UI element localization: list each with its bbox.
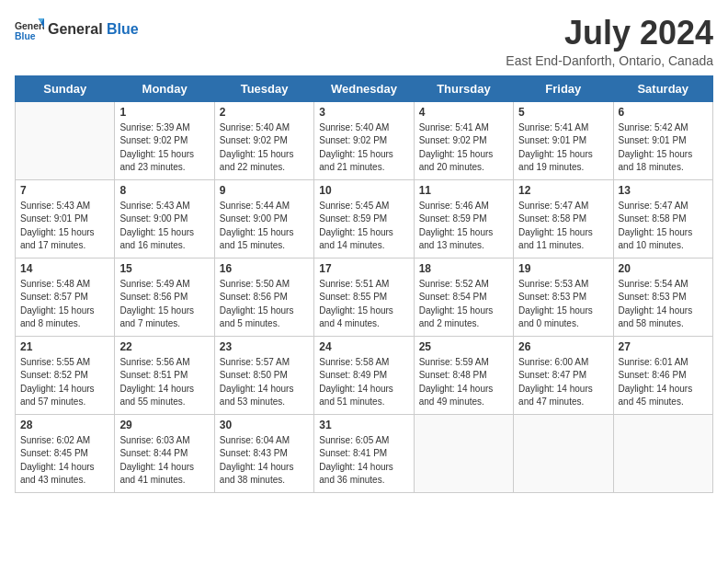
- day-info: Sunrise: 6:00 AM Sunset: 8:47 PM Dayligh…: [518, 356, 608, 409]
- calendar-cell: 8Sunrise: 5:43 AM Sunset: 9:00 PM Daylig…: [115, 179, 214, 258]
- day-number: 19: [518, 262, 608, 275]
- calendar-cell: 15Sunrise: 5:49 AM Sunset: 8:56 PM Dayli…: [115, 258, 214, 336]
- calendar-cell: 20Sunrise: 5:54 AM Sunset: 8:53 PM Dayli…: [613, 258, 712, 336]
- calendar-cell: 6Sunrise: 5:42 AM Sunset: 9:01 PM Daylig…: [613, 101, 712, 179]
- day-number: 1: [119, 106, 209, 119]
- day-number: 16: [220, 262, 309, 275]
- day-info: Sunrise: 5:59 AM Sunset: 8:48 PM Dayligh…: [419, 356, 508, 409]
- page-header: General Blue General Blue July 2024 East…: [15, 15, 713, 68]
- logo-icon: General Blue: [15, 15, 44, 44]
- calendar-cell: 13Sunrise: 5:47 AM Sunset: 8:58 PM Dayli…: [613, 179, 712, 258]
- day-info: Sunrise: 5:56 AM Sunset: 8:51 PM Dayligh…: [119, 356, 209, 409]
- day-number: 23: [220, 340, 309, 353]
- day-info: Sunrise: 5:58 AM Sunset: 8:49 PM Dayligh…: [319, 356, 408, 409]
- header-day-tuesday: Tuesday: [214, 75, 313, 101]
- calendar-cell: 29Sunrise: 6:03 AM Sunset: 8:44 PM Dayli…: [115, 414, 214, 492]
- calendar-cell: 14Sunrise: 5:48 AM Sunset: 8:57 PM Dayli…: [16, 258, 115, 336]
- calendar-header: SundayMondayTuesdayWednesdayThursdayFrid…: [16, 75, 713, 101]
- day-number: 3: [319, 106, 408, 119]
- title-block: July 2024 East End-Danforth, Ontario, Ca…: [506, 15, 713, 68]
- day-number: 30: [220, 419, 309, 431]
- day-info: Sunrise: 6:01 AM Sunset: 8:46 PM Dayligh…: [619, 356, 708, 409]
- logo: General Blue General Blue: [15, 15, 139, 44]
- calendar-cell: [414, 414, 513, 492]
- calendar-cell: 10Sunrise: 5:45 AM Sunset: 8:59 PM Dayli…: [314, 179, 414, 258]
- day-number: 27: [619, 340, 708, 353]
- calendar-cell: 17Sunrise: 5:51 AM Sunset: 8:55 PM Dayli…: [314, 258, 414, 336]
- calendar-cell: 1Sunrise: 5:39 AM Sunset: 9:02 PM Daylig…: [115, 101, 214, 179]
- calendar-body: 1Sunrise: 5:39 AM Sunset: 9:02 PM Daylig…: [16, 101, 713, 492]
- location-subtitle: East End-Danforth, Ontario, Canada: [506, 53, 713, 68]
- day-info: Sunrise: 5:57 AM Sunset: 8:50 PM Dayligh…: [220, 356, 309, 409]
- day-info: Sunrise: 5:46 AM Sunset: 8:59 PM Dayligh…: [419, 200, 508, 253]
- calendar-week-3: 14Sunrise: 5:48 AM Sunset: 8:57 PM Dayli…: [16, 258, 713, 336]
- calendar-cell: [613, 414, 712, 492]
- header-day-thursday: Thursday: [414, 75, 513, 101]
- header-day-friday: Friday: [514, 75, 613, 101]
- day-info: Sunrise: 6:02 AM Sunset: 8:45 PM Dayligh…: [20, 434, 109, 488]
- calendar-cell: 27Sunrise: 6:01 AM Sunset: 8:46 PM Dayli…: [613, 336, 712, 414]
- header-day-monday: Monday: [115, 75, 214, 101]
- day-info: Sunrise: 5:47 AM Sunset: 8:58 PM Dayligh…: [518, 200, 608, 253]
- calendar-cell: 30Sunrise: 6:04 AM Sunset: 8:43 PM Dayli…: [214, 414, 313, 492]
- calendar-cell: 7Sunrise: 5:43 AM Sunset: 9:01 PM Daylig…: [16, 179, 115, 258]
- day-number: 6: [619, 106, 708, 119]
- day-info: Sunrise: 5:52 AM Sunset: 8:54 PM Dayligh…: [419, 278, 508, 331]
- calendar-cell: 16Sunrise: 5:50 AM Sunset: 8:56 PM Dayli…: [214, 258, 313, 336]
- day-info: Sunrise: 6:04 AM Sunset: 8:43 PM Dayligh…: [220, 434, 309, 488]
- calendar-cell: [16, 101, 115, 179]
- day-info: Sunrise: 5:40 AM Sunset: 9:02 PM Dayligh…: [220, 121, 309, 175]
- logo-blue: Blue: [107, 21, 139, 37]
- day-info: Sunrise: 5:55 AM Sunset: 8:52 PM Dayligh…: [20, 356, 109, 409]
- day-info: Sunrise: 5:41 AM Sunset: 9:01 PM Dayligh…: [518, 121, 608, 175]
- day-info: Sunrise: 5:54 AM Sunset: 8:53 PM Dayligh…: [619, 278, 708, 331]
- calendar-week-5: 28Sunrise: 6:02 AM Sunset: 8:45 PM Dayli…: [16, 414, 713, 492]
- calendar-cell: 12Sunrise: 5:47 AM Sunset: 8:58 PM Dayli…: [514, 179, 613, 258]
- day-number: 28: [20, 419, 109, 431]
- day-number: 9: [220, 184, 309, 197]
- calendar-cell: [514, 414, 613, 492]
- day-number: 29: [119, 419, 209, 431]
- day-info: Sunrise: 5:40 AM Sunset: 9:02 PM Dayligh…: [319, 121, 408, 175]
- day-info: Sunrise: 6:03 AM Sunset: 8:44 PM Dayligh…: [119, 434, 209, 488]
- calendar-cell: 21Sunrise: 5:55 AM Sunset: 8:52 PM Dayli…: [16, 336, 115, 414]
- day-number: 24: [319, 340, 408, 353]
- calendar-cell: 4Sunrise: 5:41 AM Sunset: 9:02 PM Daylig…: [414, 101, 513, 179]
- calendar-cell: 26Sunrise: 6:00 AM Sunset: 8:47 PM Dayli…: [514, 336, 613, 414]
- month-title: July 2024: [506, 15, 713, 52]
- calendar-cell: 9Sunrise: 5:44 AM Sunset: 9:00 PM Daylig…: [214, 179, 313, 258]
- day-number: 31: [319, 419, 408, 431]
- day-number: 10: [319, 184, 408, 197]
- day-info: Sunrise: 6:05 AM Sunset: 8:41 PM Dayligh…: [319, 434, 408, 488]
- day-number: 18: [419, 262, 508, 275]
- day-info: Sunrise: 5:45 AM Sunset: 8:59 PM Dayligh…: [319, 200, 408, 253]
- day-number: 21: [20, 340, 109, 353]
- calendar-cell: 28Sunrise: 6:02 AM Sunset: 8:45 PM Dayli…: [16, 414, 115, 492]
- header-day-saturday: Saturday: [613, 75, 712, 101]
- svg-text:General: General: [15, 21, 44, 31]
- calendar-cell: 22Sunrise: 5:56 AM Sunset: 8:51 PM Dayli…: [115, 336, 214, 414]
- day-info: Sunrise: 5:44 AM Sunset: 9:00 PM Dayligh…: [220, 200, 309, 253]
- calendar-cell: 18Sunrise: 5:52 AM Sunset: 8:54 PM Dayli…: [414, 258, 513, 336]
- svg-text:Blue: Blue: [15, 31, 36, 41]
- day-info: Sunrise: 5:49 AM Sunset: 8:56 PM Dayligh…: [119, 278, 209, 331]
- calendar-cell: 19Sunrise: 5:53 AM Sunset: 8:53 PM Dayli…: [514, 258, 613, 336]
- day-info: Sunrise: 5:39 AM Sunset: 9:02 PM Dayligh…: [119, 121, 209, 175]
- calendar-cell: 24Sunrise: 5:58 AM Sunset: 8:49 PM Dayli…: [314, 336, 414, 414]
- day-info: Sunrise: 5:43 AM Sunset: 9:00 PM Dayligh…: [119, 200, 209, 253]
- header-day-sunday: Sunday: [16, 75, 115, 101]
- day-number: 11: [419, 184, 508, 197]
- calendar-week-4: 21Sunrise: 5:55 AM Sunset: 8:52 PM Dayli…: [16, 336, 713, 414]
- day-info: Sunrise: 5:50 AM Sunset: 8:56 PM Dayligh…: [220, 278, 309, 331]
- logo-general: General: [48, 21, 103, 37]
- calendar-cell: 23Sunrise: 5:57 AM Sunset: 8:50 PM Dayli…: [214, 336, 313, 414]
- header-row: SundayMondayTuesdayWednesdayThursdayFrid…: [16, 75, 713, 101]
- day-number: 25: [419, 340, 508, 353]
- calendar-week-1: 1Sunrise: 5:39 AM Sunset: 9:02 PM Daylig…: [16, 101, 713, 179]
- calendar-week-2: 7Sunrise: 5:43 AM Sunset: 9:01 PM Daylig…: [16, 179, 713, 258]
- day-info: Sunrise: 5:42 AM Sunset: 9:01 PM Dayligh…: [619, 121, 708, 175]
- day-info: Sunrise: 5:48 AM Sunset: 8:57 PM Dayligh…: [20, 278, 109, 331]
- day-info: Sunrise: 5:53 AM Sunset: 8:53 PM Dayligh…: [518, 278, 608, 331]
- day-info: Sunrise: 5:41 AM Sunset: 9:02 PM Dayligh…: [419, 121, 508, 175]
- day-number: 5: [518, 106, 608, 119]
